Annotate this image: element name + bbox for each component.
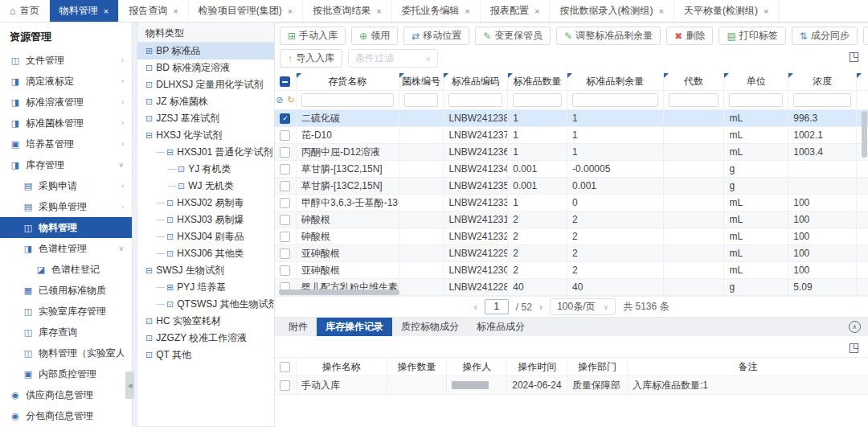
filter-input-标准品剩余量[interactable] bbox=[572, 93, 658, 107]
column-header-标准品剩余量[interactable]: 标准品剩余量 bbox=[567, 73, 664, 91]
sidebar-item[interactable]: ▤采购申请› bbox=[0, 175, 132, 196]
filter-input-单位[interactable] bbox=[729, 93, 783, 107]
sidebar-item[interactable]: ◫物料管理（实验室人员） bbox=[0, 343, 132, 363]
sidebar-item[interactable]: ◉分包商信息管理 bbox=[0, 405, 132, 426]
tree-node[interactable]: ⊡HC 实验室耗材 bbox=[137, 313, 274, 330]
tree-node[interactable]: ⊡JZ 标准菌株 bbox=[137, 93, 274, 110]
tree-node[interactable]: ⊟SWSJ 生物试剂 bbox=[137, 262, 274, 279]
select-all-checkbox[interactable] bbox=[280, 76, 290, 87]
close-icon[interactable]: × bbox=[658, 6, 663, 16]
row-checkbox[interactable] bbox=[280, 232, 290, 242]
tree-node[interactable]: ⊞PYJ 培养基 bbox=[137, 279, 274, 296]
next-page-button[interactable]: › bbox=[539, 301, 542, 313]
condition-filter-select[interactable]: 条件过滤 ∨ bbox=[348, 49, 438, 68]
column-header-标准品编码[interactable]: 标准品编码 bbox=[444, 73, 508, 91]
import-inbound-button[interactable]: ↑ 导入入库 bbox=[280, 49, 342, 68]
tree-node[interactable]: ⊟HXSJ 化学试剂 bbox=[137, 127, 274, 144]
tab-item[interactable]: 按批数据录入(检测组)× bbox=[550, 0, 674, 22]
page-number-input[interactable]: 1 bbox=[485, 299, 509, 314]
row-checkbox[interactable] bbox=[280, 130, 290, 141]
toolbar-button-移动位置[interactable]: ⇄移动位置 bbox=[403, 27, 469, 45]
operation-row[interactable]: 手动入库2024-06-24质量保障部入库标准品数量:1 bbox=[275, 376, 868, 393]
column-header-存货名称[interactable]: 存货名称 bbox=[297, 73, 399, 91]
row-checkbox[interactable] bbox=[280, 265, 290, 276]
tab-item[interactable]: 物料管理× bbox=[50, 0, 119, 22]
row-checkbox[interactable] bbox=[280, 147, 290, 158]
table-row[interactable]: 草甘膦-[13C2,15N]LNBW2412350.0010.001g bbox=[275, 178, 868, 195]
table-row[interactable]: 亚砷酸根LNBW24123022mL100 bbox=[275, 262, 868, 279]
column-header-标准品数量[interactable]: 标准品数量 bbox=[508, 73, 567, 91]
table-row[interactable]: 芘-D10LNBW24123711mL1002.1 bbox=[275, 127, 868, 144]
column-header-浓度[interactable]: 浓度 bbox=[788, 73, 857, 91]
vertical-scrollbar[interactable] bbox=[862, 111, 867, 158]
table-row[interactable]: 亚砷酸根LNBW24122922mL100 bbox=[275, 245, 868, 262]
table-row[interactable]: 丙酮中屈-D12溶液LNBW24123611mL1003.4 bbox=[275, 144, 868, 161]
filter-input-标准品编码[interactable] bbox=[448, 93, 502, 107]
detail-tab-标准品成分[interactable]: 标准品成分 bbox=[468, 318, 534, 336]
horizontal-scrollbar[interactable] bbox=[279, 289, 399, 295]
tab-item[interactable]: 委托业务编辑× bbox=[392, 0, 481, 22]
tree-node[interactable]: ⊡JZSJ 基准试剂 bbox=[137, 110, 274, 127]
sidebar-item[interactable]: ▦已领用标准物质 bbox=[0, 280, 132, 301]
tree-node[interactable]: ⊡HXSJ02 易制毒 bbox=[137, 195, 274, 211]
filter-input-菌株编号[interactable] bbox=[404, 93, 439, 107]
filter-off-icon[interactable]: ⊘ bbox=[276, 95, 283, 105]
row-checkbox[interactable] bbox=[280, 164, 290, 174]
sidebar-item[interactable]: ◪色谱柱登记 bbox=[0, 259, 132, 280]
sidebar-item[interactable]: ◨滴定液标定› bbox=[0, 71, 132, 92]
close-icon[interactable]: × bbox=[104, 6, 108, 16]
sidebar-item[interactable]: ▣培养基管理› bbox=[0, 133, 132, 154]
tab-item[interactable]: 天平称量(检测组)× bbox=[674, 0, 779, 22]
close-icon[interactable]: × bbox=[288, 6, 293, 16]
table-row[interactable]: 草甘膦-[13C2,15N]LNBW2412340.001-0.00005g bbox=[275, 161, 868, 178]
tree-node[interactable]: ⊡JZGZY 校准工作溶液 bbox=[137, 330, 274, 347]
sidebar-item[interactable]: ◨库存管理∨ bbox=[0, 154, 132, 175]
table-row[interactable]: ✓二硫化碳LNBW24123811mL996.3 bbox=[275, 110, 868, 127]
tree-node[interactable]: ⊞BP 标准品 bbox=[137, 43, 274, 60]
sidebar-item[interactable]: ◫库存查询 bbox=[0, 322, 132, 343]
column-header-菌株编号[interactable]: 菌株编号 bbox=[399, 73, 444, 91]
tree-node[interactable]: ⊡YJ 有机类 bbox=[137, 161, 274, 178]
prev-page-button[interactable]: ‹ bbox=[473, 301, 477, 313]
toolbar-button-库存信息表[interactable]: ▦库存信息表 bbox=[863, 27, 868, 45]
sidebar-item[interactable]: ▤采购单管理› bbox=[0, 196, 132, 217]
tab-item[interactable]: 报告查询× bbox=[119, 0, 188, 22]
filter-input-代数[interactable] bbox=[669, 93, 719, 107]
page-size-select[interactable]: 100条/页 ∨ bbox=[550, 298, 616, 315]
close-icon[interactable]: × bbox=[764, 6, 768, 16]
tree-node[interactable]: ⊡HXSJ04 剧毒品 bbox=[137, 228, 274, 245]
tree-node[interactable]: ⊟HXSJ01 普通化学试剂 bbox=[137, 144, 274, 161]
close-icon[interactable]: × bbox=[534, 6, 539, 16]
table-row[interactable]: 甲醇中3,6,3-壬基酚-13C6LNBW24123310mL100 bbox=[275, 195, 868, 211]
sidebar-item[interactable]: ◫物料管理 bbox=[0, 217, 132, 238]
close-icon[interactable]: × bbox=[465, 6, 470, 16]
tree-node[interactable]: ⊡HXSJ06 其他类 bbox=[137, 245, 274, 262]
tab-item[interactable]: 按批查询结果× bbox=[303, 0, 391, 22]
detail-tab-质控标物成分[interactable]: 质控标物成分 bbox=[392, 318, 468, 336]
row-checkbox[interactable] bbox=[280, 198, 290, 208]
column-header-代数[interactable]: 代数 bbox=[664, 73, 725, 91]
toolbar-button-删除[interactable]: ✖删除 bbox=[666, 27, 713, 45]
collapse-panel-icon[interactable]: ∧ bbox=[849, 321, 861, 333]
tree-node[interactable]: ⊡DLHXSJ 定量用化学试剂 bbox=[137, 76, 274, 93]
sidebar-item[interactable]: ◫实验室库存管理 bbox=[0, 301, 132, 322]
tree-node[interactable]: ⊡QTSWSJ 其他生物试剂 bbox=[137, 296, 274, 313]
table-row[interactable]: 砷酸根LNBW24123222mL100 bbox=[275, 228, 868, 245]
detail-tab-附件[interactable]: 附件 bbox=[280, 318, 317, 336]
row-checkbox[interactable] bbox=[280, 248, 290, 259]
toolbar-button-成分同步[interactable]: ⇅成分同步 bbox=[792, 27, 858, 45]
table-row[interactable]: 砷酸根LNBW24123122mL100 bbox=[275, 211, 868, 228]
tab-item[interactable]: 检验项目管理(集团)× bbox=[189, 0, 303, 22]
tree-node[interactable]: ⊡BD 标准滴定溶液 bbox=[137, 60, 274, 76]
filter-input-存货名称[interactable] bbox=[301, 93, 394, 107]
column-settings-icon[interactable]: ◳ bbox=[849, 49, 860, 64]
toolbar-button-打印标签[interactable]: ▤打印标签 bbox=[719, 27, 785, 45]
tree-node[interactable]: ⊡WJ 无机类 bbox=[137, 178, 274, 195]
toolbar-button-调整标准品剩余量[interactable]: ✎调整标准品剩余量 bbox=[556, 27, 661, 45]
tree-node[interactable]: ⊡HXSJ03 易制爆 bbox=[137, 211, 274, 228]
filter-input-浓度[interactable] bbox=[793, 93, 851, 107]
sidebar-item[interactable]: ◨标准菌株管理› bbox=[0, 113, 132, 133]
filter-reset-icon[interactable]: ↻ bbox=[287, 95, 294, 105]
sidebar-collapse-handle[interactable]: ◀ bbox=[125, 372, 134, 399]
sidebar-item[interactable]: ◫文件管理› bbox=[0, 50, 132, 71]
